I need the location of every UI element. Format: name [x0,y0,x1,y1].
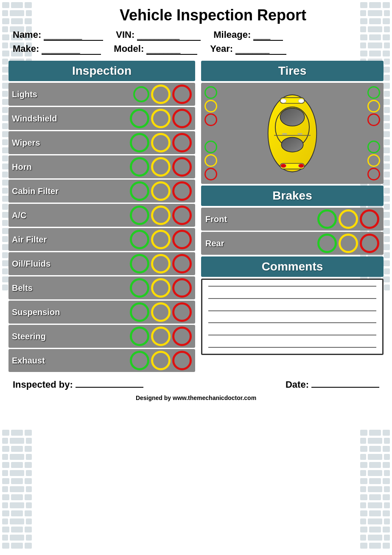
front-brake-yellow[interactable] [339,209,358,229]
oil-fluids-circle-red[interactable] [172,254,192,273]
svg-rect-11 [282,133,287,135]
lights-circle-green[interactable] [133,86,149,102]
front-brake-red[interactable] [360,209,379,229]
inspection-header: Inspection [8,61,195,81]
ac-label: A/C [12,211,67,220]
steering-row: Steering [8,325,195,348]
horn-circle-red[interactable] [172,157,192,177]
front-brake-circles [317,209,379,229]
suspension-circle-red[interactable] [172,302,192,322]
fl-tire-green[interactable] [204,86,217,99]
suspension-circle-yellow[interactable] [151,302,171,322]
fr-tire-red[interactable] [367,113,380,126]
lights-label: Lights [12,90,67,99]
suspension-row: Suspension [8,301,195,324]
windshield-circle-green[interactable] [130,109,149,128]
comments-header: Comments [201,256,384,277]
make-value: _________ [42,45,101,55]
main-columns: Inspection Lights Windshield [8,61,384,373]
cabin-filter-circles [130,181,192,201]
windshield-circle-red[interactable] [172,109,192,128]
rear-brake-green[interactable] [317,234,337,253]
oil-fluids-circle-green[interactable] [130,254,149,273]
mileage-label: Mileage: [213,29,251,40]
air-filter-circles [130,230,192,249]
cabin-filter-circle-red[interactable] [172,181,192,201]
report-title: Vehicle Inspection Report [8,6,384,24]
rr-tire-green[interactable] [367,141,380,153]
windshield-circle-yellow[interactable] [151,109,171,128]
rl-tire-yellow[interactable] [204,154,217,167]
steering-circle-green[interactable] [130,327,149,346]
date-value [311,387,379,388]
rr-tire-red[interactable] [367,168,380,180]
front-brake-green[interactable] [317,209,337,229]
inspection-col: Inspection Lights Windshield [8,61,195,373]
wipers-circle-yellow[interactable] [151,133,171,152]
rr-tire-yellow[interactable] [367,154,380,167]
belts-circles [130,278,192,298]
cabin-filter-circle-green[interactable] [130,181,149,201]
ac-circle-red[interactable] [172,206,192,225]
lights-circle-red[interactable] [172,85,192,104]
front-brake-label: Front [205,214,260,224]
air-filter-circle-red[interactable] [172,230,192,249]
fl-tire-red[interactable] [204,113,217,126]
ac-circle-yellow[interactable] [151,206,171,225]
fr-tire-yellow[interactable] [367,100,380,113]
suspension-label: Suspension [12,307,67,317]
belts-label: Belts [12,283,67,293]
inspected-by-value [76,387,143,388]
comments-section: Comments [201,256,384,355]
horn-circle-yellow[interactable] [151,157,171,177]
year-field: Year: ________ [210,43,286,55]
svg-point-2 [280,108,304,126]
name-value: _________ [44,31,103,41]
steering-circle-red[interactable] [172,327,192,346]
footer: Inspected by: Date: [8,379,384,390]
belts-circle-red[interactable] [172,278,192,298]
svg-rect-12 [297,133,302,135]
front-brake-row: Front [201,208,384,231]
wipers-label: Wipers [12,138,67,148]
car-svg [256,89,328,178]
comments-box [201,279,384,355]
wipers-circle-red[interactable] [172,133,192,152]
horn-circle-green[interactable] [130,157,149,177]
exhaust-label: Exhaust [12,356,67,366]
air-filter-circle-green[interactable] [130,230,149,249]
oil-fluids-label: Oil/Fluids [12,259,67,269]
steering-label: Steering [12,332,67,341]
cabin-filter-circle-yellow[interactable] [151,181,171,201]
car-diagram-image [252,87,333,180]
ac-circles [130,206,192,225]
fl-tire-yellow[interactable] [204,100,217,113]
oil-fluids-row: Oil/Fluids [8,252,195,275]
rl-tire-green[interactable] [204,141,217,153]
suspension-circle-green[interactable] [130,302,149,322]
name-label: Name: [13,29,41,40]
lights-circle-yellow[interactable] [151,85,171,104]
exhaust-circle-red[interactable] [172,351,192,370]
svg-point-9 [298,164,304,168]
windshield-circles [130,109,192,128]
wipers-row: Wipers [8,131,195,154]
oil-fluids-circle-yellow[interactable] [151,254,171,273]
rear-brake-yellow[interactable] [339,234,358,253]
exhaust-circle-green[interactable] [130,351,149,370]
wipers-circle-green[interactable] [130,133,149,152]
steering-circle-yellow[interactable] [151,327,171,346]
air-filter-circle-yellow[interactable] [151,230,171,249]
make-field: Make: _________ [13,43,101,55]
rl-tire-red[interactable] [204,168,217,180]
belts-circle-green[interactable] [130,278,149,298]
horn-row: Horn [8,155,195,178]
belts-circle-yellow[interactable] [151,278,171,298]
exhaust-circle-yellow[interactable] [151,351,171,370]
date-label: Date: [286,379,309,390]
vehicle-info: Name: _________ VIN: __________ Mileage:… [8,29,384,55]
rear-brake-red[interactable] [360,234,379,253]
fr-tire-green[interactable] [367,86,380,99]
ac-circle-green[interactable] [130,206,149,225]
date-field: Date: [286,379,379,390]
